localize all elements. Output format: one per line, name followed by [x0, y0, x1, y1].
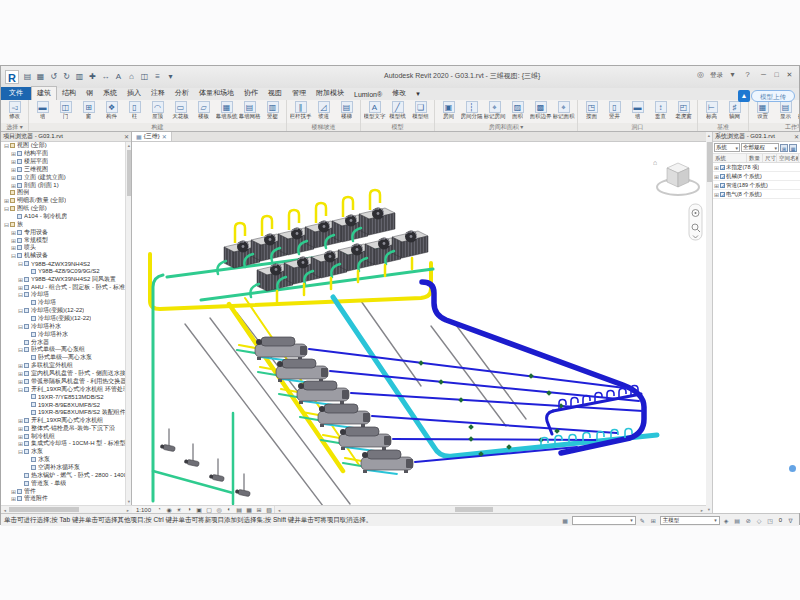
ribbon-panel-label[interactable]: 洞口	[578, 123, 697, 131]
tab-修改[interactable]: 修改	[387, 87, 411, 100]
visibility-checkbox[interactable]: ✓	[720, 192, 725, 197]
default-3d-view-icon[interactable]: ⌂	[126, 71, 137, 83]
ribbon-button[interactable]: ▱楼板	[192, 101, 215, 120]
close-button[interactable]: ✕	[783, 69, 796, 81]
ribbon-button[interactable]: ⌖标记面积	[552, 101, 575, 120]
project-browser-vertical-scrollbar[interactable]: ▴ ▾	[125, 142, 131, 505]
shadows-icon[interactable]: ◑	[184, 506, 194, 513]
expander-icon[interactable]: ⊞	[3, 197, 10, 204]
discipline-filter-select[interactable]: 全部规程▾	[741, 143, 779, 152]
expander-icon[interactable]: ⊞	[10, 229, 17, 236]
analytical-model-icon[interactable]: ▦	[244, 506, 254, 513]
design-option-select[interactable]: 主模型▾	[660, 516, 720, 525]
ribbon-button[interactable]: ▯柱	[123, 101, 146, 120]
tree-item[interactable]: ⊟水泵	[1, 448, 126, 456]
expander-icon[interactable]: ⊞	[10, 166, 17, 173]
expander-icon[interactable]: ⊞	[10, 244, 17, 251]
expander-icon[interactable]: ⊞	[10, 237, 17, 244]
project-browser-header[interactable]: 项目浏览器 - G03.1.rvt ✕	[1, 132, 131, 142]
expander-icon[interactable]: ⊞	[17, 417, 24, 424]
ribbon-button[interactable]: ▤幕墙网格	[238, 101, 261, 120]
tab-系统[interactable]: 系统	[98, 87, 122, 100]
tab-分析[interactable]: 分析	[170, 87, 194, 100]
ribbon-button[interactable]: ▤显示	[774, 101, 797, 120]
expander-icon[interactable]: ⊞	[17, 378, 24, 385]
crop-region-icon[interactable]: ▢	[204, 506, 214, 513]
column-header[interactable]: 数量	[747, 154, 763, 162]
tree-item[interactable]: ⊞专用设备	[1, 228, 126, 236]
expander-icon[interactable]: ⊞	[17, 433, 24, 440]
tree-item[interactable]: ⊞管道附件	[1, 495, 126, 503]
column-settings-icon[interactable]: ▦	[789, 144, 797, 152]
exclude-options-icon[interactable]: ◈	[722, 517, 731, 524]
expander-icon[interactable]: ⊞	[10, 158, 17, 165]
scroll-right-icon[interactable]: ▸	[699, 508, 705, 513]
reveal-hidden-elements-icon[interactable]: ◐	[224, 506, 234, 513]
ribbon-button[interactable]: ▬墙	[626, 101, 649, 120]
reveal-constraints-icon[interactable]: ⊞	[254, 506, 264, 513]
scale-button[interactable]: 1:100	[132, 507, 154, 513]
press-drag-icon[interactable]: ▤	[733, 517, 742, 524]
customize-qat-icon[interactable]: ▾	[165, 71, 176, 83]
ribbon-button[interactable]: ◫门	[54, 101, 77, 120]
tree-item[interactable]: ⊞AHU - 组合式 - 固定板 - 卧式 - 标准 - 2000 - 1000…	[1, 283, 126, 291]
worksharing-display-icon[interactable]: ▧	[264, 506, 274, 513]
ribbon-button[interactable]: ▩面积边界	[529, 101, 552, 120]
expander-icon[interactable]: ⊞	[713, 173, 720, 180]
ribbon-button[interactable]: ┆房间分隔	[460, 101, 483, 120]
tree-item[interactable]: ⊞结构平面	[1, 150, 126, 158]
tree-item[interactable]: ⊞整体式-锚栓悬吊-装饰-下沉下沿	[1, 424, 126, 432]
expander-icon[interactable]: ⊞	[17, 362, 24, 369]
tab-附加模块[interactable]: 附加模块	[311, 87, 349, 100]
model-3d-view[interactable]: ⌂	[132, 142, 706, 505]
editable-only-icon[interactable]: ✎	[638, 517, 647, 524]
print-icon[interactable]: ▥	[74, 71, 85, 83]
tab-Lumion®[interactable]: Lumion®	[349, 90, 387, 100]
tree-item[interactable]: ⊟视图 (全部)	[1, 142, 126, 150]
tree-item[interactable]: 冷却塔补水	[1, 330, 126, 338]
ribbon-button[interactable]: ▦设置	[751, 101, 774, 120]
expander-icon[interactable]: ⊞	[10, 174, 17, 181]
expander-icon[interactable]: ⊞	[17, 370, 24, 377]
ribbon-button[interactable]: ⊢标高	[700, 101, 723, 120]
tree-item[interactable]: ⊞集成式冷却塔 - 10CM-H 型 - 标准型 - 100-175-CN	[1, 440, 126, 448]
upload-plugin-icon[interactable]: ▲	[738, 90, 750, 102]
project-browser-horizontal-scrollbar[interactable]: ◂ ▸	[1, 505, 132, 513]
open-icon[interactable]: ▤	[22, 71, 33, 83]
ribbon-button[interactable]: ↕垂直	[649, 101, 672, 120]
system-row[interactable]: ⊞✓电气(8 个系统)	[713, 190, 800, 199]
minimize-button[interactable]: ─	[757, 69, 770, 81]
ribbon-button[interactable]: ▬墙	[31, 101, 54, 120]
ribbon-button[interactable]: ▯竖井	[603, 101, 626, 120]
expander-icon[interactable]: ⊟	[3, 205, 10, 212]
tree-item[interactable]: ⊞常规模型	[1, 236, 126, 244]
section-icon[interactable]: ◫	[139, 71, 150, 83]
expander-icon[interactable]: ⊞	[713, 164, 720, 171]
tree-item[interactable]: ⊞楼层平面	[1, 158, 126, 166]
maximize-button[interactable]: □	[770, 69, 783, 81]
ribbon-button[interactable]: A模型文字	[363, 101, 386, 120]
ribbon-panel-label[interactable]: 基准	[698, 123, 748, 131]
tree-item[interactable]: ⊞管件	[1, 487, 126, 495]
ribbon-panel-label[interactable]: 模型	[361, 123, 434, 131]
expander-icon[interactable]: ⊞	[10, 488, 17, 495]
tree-item[interactable]: 冷却塔(变频)(12-22)	[1, 315, 126, 323]
expander-icon[interactable]: ⊟	[17, 307, 24, 314]
tab-体量和场地[interactable]: 体量和场地	[194, 87, 239, 100]
expander-icon[interactable]: ⊞	[10, 150, 17, 157]
tree-item[interactable]: ⊟机械设备	[1, 252, 126, 260]
workset-select[interactable]: ▾	[572, 516, 636, 525]
signin-dropdown-icon[interactable]: ▾	[727, 69, 738, 81]
scroll-down-icon[interactable]: ▾	[706, 507, 712, 512]
thin-lines-icon[interactable]: ≡	[152, 71, 163, 83]
ribbon-panel-label[interactable]: 房间和面积 ▾	[435, 123, 577, 131]
tree-item[interactable]: ⊟冷却塔	[1, 291, 126, 299]
select-links-icon[interactable]: ⊘	[744, 517, 753, 524]
scrollbar-thumb[interactable]	[9, 507, 79, 512]
expander-icon[interactable]: ⊞	[10, 182, 17, 189]
tab-管理[interactable]: 管理	[287, 87, 311, 100]
scrollbar-thumb[interactable]	[127, 150, 131, 196]
expander-icon[interactable]: ⊟	[17, 386, 24, 393]
close-icon[interactable]: ✕	[792, 133, 800, 140]
ribbon-panel-label[interactable]: 楼梯坡道	[287, 123, 360, 131]
